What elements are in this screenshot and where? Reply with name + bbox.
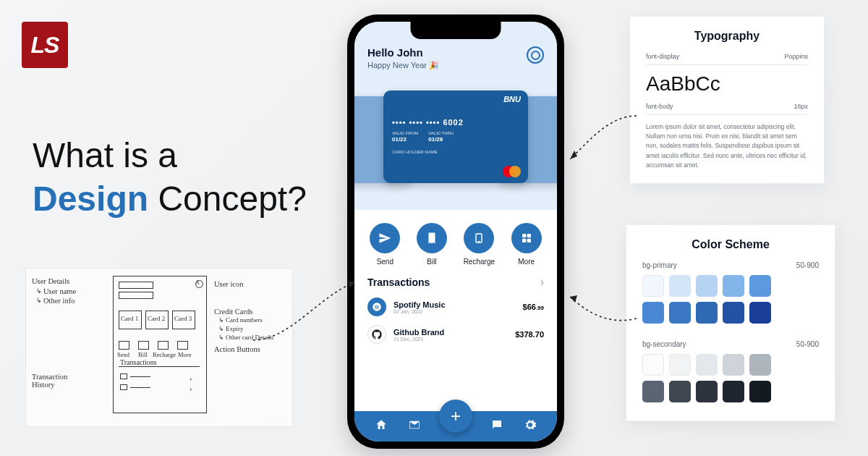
card-carousel[interactable]: 6838 01/25 VISA 01/2 HOLDE BNU •••• ••••…: [354, 90, 557, 206]
typography-panel: Typography font-displayPoppins AaBbCc fo…: [629, 16, 825, 184]
card-valid-from: 01/22: [392, 136, 418, 143]
swatch-row: [642, 354, 819, 376]
phone-mockup: Hello John Happy New Year 🎉 6838 01/25 V…: [347, 14, 564, 449]
transaction-name: Github Brand: [393, 328, 444, 337]
sketch-label: Other card Details: [226, 334, 273, 341]
color-title: Color Scheme: [642, 238, 819, 251]
send-icon: [370, 223, 400, 253]
typography-lorem: Lorem ipsum dolor sit amet, consectetur …: [646, 122, 808, 170]
color-swatch[interactable]: [642, 381, 664, 402]
sketch-label: User icon: [214, 280, 244, 288]
svg-marker-9: [570, 295, 577, 303]
color-swatch[interactable]: [669, 381, 691, 402]
credit-card-front[interactable]: BNU •••• •••• •••• 6002 VALID FROM01/22 …: [383, 90, 528, 183]
brand-logo-text: LS: [31, 32, 59, 59]
sketch-label: Bill: [138, 351, 148, 358]
palette-label: bg-secondary: [642, 340, 686, 348]
card-holder-label: CARD HOLDER NAME: [392, 150, 519, 154]
color-swatch[interactable]: [669, 354, 691, 376]
typography-title: Typography: [646, 30, 808, 43]
sketch-label: Card 2: [148, 315, 165, 322]
more-icon: [511, 223, 542, 253]
color-swatch[interactable]: [723, 354, 744, 376]
color-swatch[interactable]: [696, 381, 718, 402]
sketch-label: Transaction History: [32, 373, 67, 389]
color-swatch[interactable]: [749, 275, 771, 297]
mastercard-icon: [503, 166, 521, 177]
svg-rect-4: [522, 239, 526, 242]
sketch-label: Other info: [43, 297, 75, 305]
add-button[interactable]: +: [439, 400, 472, 433]
color-swatch[interactable]: [723, 302, 744, 324]
sketch-label: User name: [43, 287, 76, 295]
settings-icon[interactable]: [524, 418, 537, 434]
transaction-row[interactable]: Github Brand21 Dec, 2021 $378.70: [367, 325, 544, 344]
svg-marker-8: [570, 151, 577, 159]
transaction-name: Spotify Music: [393, 300, 446, 309]
headline-pre: What is a: [33, 136, 177, 174]
card-label: VALID THRU: [428, 131, 454, 135]
sub-greeting: Happy New Year 🎉: [367, 61, 544, 70]
color-swatch[interactable]: [642, 354, 664, 376]
more-button[interactable]: More: [511, 223, 542, 266]
palette-label: bg-primary: [642, 261, 677, 269]
send-button[interactable]: Send: [370, 223, 400, 266]
sketch-label: Recharge: [153, 351, 176, 358]
color-swatch[interactable]: [696, 354, 718, 376]
sketch-label: User Details: [32, 277, 69, 285]
meta-value: Poppins: [784, 53, 808, 60]
mail-icon[interactable]: [408, 418, 421, 434]
typography-sample: AaBbCc: [646, 72, 808, 96]
greeting: Hello John: [367, 46, 544, 59]
meta-label: font-display: [646, 53, 679, 60]
color-swatch[interactable]: [696, 302, 718, 324]
headline-post: Concept?: [158, 180, 306, 218]
color-swatch[interactable]: [669, 275, 691, 297]
action-label: More: [511, 258, 542, 266]
palette-range: 50-900: [796, 261, 819, 269]
spotify-icon: [367, 297, 386, 316]
meta-value: 16px: [793, 103, 808, 110]
github-icon: [367, 325, 386, 344]
color-swatch[interactable]: [749, 354, 771, 376]
sketch-label: Card 3: [174, 315, 192, 322]
card-valid-thru: 01/28: [428, 136, 454, 143]
sketch-label: Transactions: [120, 358, 157, 366]
action-label: Send: [370, 258, 400, 266]
color-swatch[interactable]: [749, 381, 771, 402]
action-label: Recharge: [464, 258, 495, 266]
card-number: •••• •••• •••• 6002: [392, 118, 519, 127]
color-swatch[interactable]: [749, 302, 771, 324]
avatar-icon[interactable]: [527, 46, 544, 64]
swatch-row: [642, 302, 819, 324]
recharge-button[interactable]: Recharge: [464, 223, 495, 266]
sketch-label: Send: [117, 351, 129, 358]
color-swatch[interactable]: [642, 302, 664, 324]
color-swatch[interactable]: [723, 275, 744, 297]
sketch-label: Credit Cards: [214, 308, 252, 316]
sketch-label: Action Buttons: [214, 345, 260, 353]
sketch-label: More: [178, 351, 191, 358]
headline-accent: Design: [33, 180, 148, 218]
color-swatch[interactable]: [696, 275, 718, 297]
transaction-amount: $378.70: [515, 330, 544, 339]
bill-button[interactable]: Bill: [417, 223, 447, 266]
transaction-row[interactable]: Spotify Music02 Jan, 2022 $66.99: [367, 297, 544, 316]
color-swatch[interactable]: [723, 381, 744, 402]
color-swatch[interactable]: [642, 275, 664, 297]
bill-icon: [417, 223, 447, 253]
sketch-label: Expiry: [226, 325, 244, 332]
wireframe-sketch: A User Details ↳ User name ↳ Other info …: [25, 268, 293, 427]
home-icon[interactable]: [375, 418, 388, 434]
page-title: What is a Design Concept?: [33, 134, 307, 221]
swatch-row: [642, 275, 819, 297]
transactions-title: Transactions: [367, 276, 430, 288]
svg-rect-2: [522, 234, 526, 237]
sketch-label: Card numbers: [226, 316, 263, 324]
svg-rect-5: [527, 239, 530, 242]
chat-icon[interactable]: [490, 418, 503, 434]
color-swatch[interactable]: [669, 302, 691, 324]
card-label: VALID FROM: [392, 131, 418, 135]
chevron-right-icon[interactable]: ›: [540, 276, 544, 289]
sketch-label: Card 1: [121, 315, 138, 322]
